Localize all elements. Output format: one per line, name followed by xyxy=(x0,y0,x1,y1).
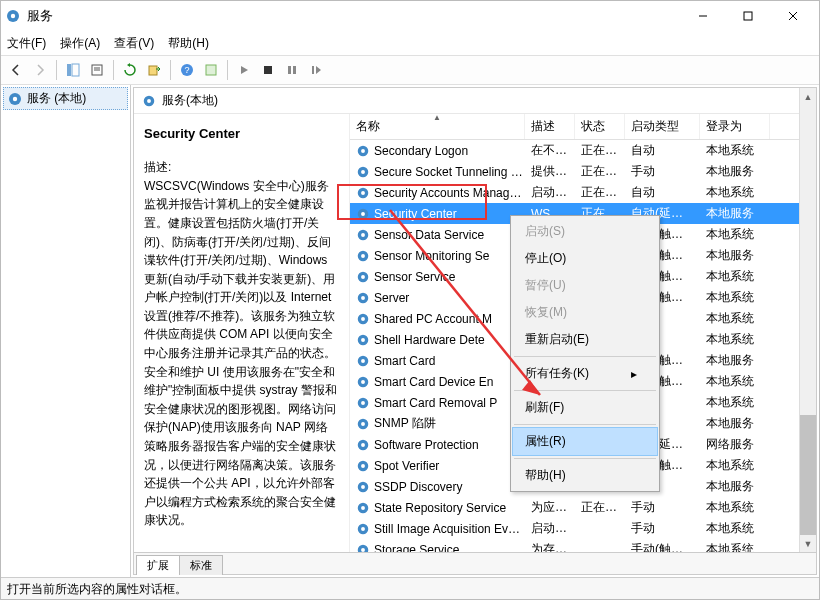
workarea: 服务 (本地) 服务(本地) Security Center 描述: WSCSV… xyxy=(1,85,819,577)
extra-button[interactable] xyxy=(200,59,222,81)
ctx-stop[interactable]: 停止(O) xyxy=(513,245,657,272)
sort-asc-icon: ▲ xyxy=(433,113,441,122)
gear-icon xyxy=(356,375,370,389)
gear-icon xyxy=(356,228,370,242)
col-name[interactable]: 名称▲ xyxy=(350,114,525,139)
svg-text:?: ? xyxy=(184,65,189,75)
maximize-button[interactable] xyxy=(725,2,770,30)
description-text: WSCSVC(Windows 安全中心)服务监视并报告计算机上的安全健康设置。健… xyxy=(144,177,339,530)
svg-point-1 xyxy=(11,14,15,18)
gear-icon xyxy=(356,438,370,452)
context-menu: 启动(S) 停止(O) 暂停(U) 恢复(M) 重新启动(E) 所有任务(K)▸… xyxy=(510,215,660,492)
svg-point-22 xyxy=(147,99,151,103)
refresh-button[interactable] xyxy=(119,59,141,81)
gear-icon xyxy=(356,480,370,494)
gear-icon xyxy=(356,291,370,305)
ctx-refresh[interactable]: 刷新(F) xyxy=(513,394,657,421)
svg-point-26 xyxy=(361,170,365,174)
svg-rect-16 xyxy=(288,66,291,74)
gear-icon xyxy=(356,312,370,326)
tab-standard[interactable]: 标准 xyxy=(179,555,223,575)
titlebar: 服务 xyxy=(1,1,819,31)
stop-button[interactable] xyxy=(257,59,279,81)
scroll-thumb[interactable] xyxy=(800,415,816,535)
tree-root-services[interactable]: 服务 (本地) xyxy=(3,87,128,110)
col-logon[interactable]: 登录为 xyxy=(700,114,770,139)
export-button[interactable] xyxy=(143,59,165,81)
gear-icon xyxy=(356,333,370,347)
svg-point-46 xyxy=(361,380,365,384)
window: 服务 文件(F) 操作(A) 查看(V) 帮助(H) ? xyxy=(0,0,820,600)
ctx-help[interactable]: 帮助(H) xyxy=(513,462,657,489)
menu-help[interactable]: 帮助(H) xyxy=(168,35,209,52)
gear-icon xyxy=(356,270,370,284)
restart-button[interactable] xyxy=(305,59,327,81)
svg-point-50 xyxy=(361,422,365,426)
menu-view[interactable]: 查看(V) xyxy=(114,35,154,52)
gear-icon xyxy=(356,396,370,410)
gear-icon xyxy=(356,144,370,158)
show-hide-tree-button[interactable] xyxy=(62,59,84,81)
svg-rect-17 xyxy=(293,66,296,74)
chevron-right-icon: ▸ xyxy=(631,367,637,381)
table-row[interactable]: Still Image Acquisition Ev…启动…手动本地系统 xyxy=(350,518,816,539)
svg-rect-7 xyxy=(72,64,79,76)
gear-icon xyxy=(5,8,21,24)
tree-root-label: 服务 (本地) xyxy=(27,90,86,107)
svg-rect-3 xyxy=(744,12,752,20)
right-pane: 服务(本地) Security Center 描述: WSCSVC(Window… xyxy=(133,87,817,575)
selected-service-title: Security Center xyxy=(144,124,339,144)
svg-point-32 xyxy=(361,233,365,237)
svg-point-52 xyxy=(361,443,365,447)
gear-icon xyxy=(142,94,156,108)
col-start[interactable]: 启动类型 xyxy=(625,114,700,139)
play-button[interactable] xyxy=(233,59,255,81)
gear-icon xyxy=(356,186,370,200)
gear-icon xyxy=(7,91,23,107)
statusbar: 打开当前所选内容的属性对话框。 xyxy=(1,577,819,599)
minimize-button[interactable] xyxy=(680,2,725,30)
svg-point-20 xyxy=(13,96,17,100)
svg-point-28 xyxy=(361,191,365,195)
pause-button[interactable] xyxy=(281,59,303,81)
table-row[interactable]: Storage Service为存…手动(触发…本地系统 xyxy=(350,539,816,552)
ctx-resume: 恢复(M) xyxy=(513,299,657,326)
ctx-restart[interactable]: 重新启动(E) xyxy=(513,326,657,353)
ctx-properties[interactable]: 属性(R) xyxy=(513,428,657,455)
forward-button[interactable] xyxy=(29,59,51,81)
svg-point-40 xyxy=(361,317,365,321)
svg-rect-14 xyxy=(206,65,216,75)
back-button[interactable] xyxy=(5,59,27,81)
gear-icon xyxy=(356,543,370,553)
properties-button[interactable] xyxy=(86,59,108,81)
menubar: 文件(F) 操作(A) 查看(V) 帮助(H) xyxy=(1,31,819,55)
ctx-alltasks[interactable]: 所有任务(K)▸ xyxy=(513,360,657,387)
svg-rect-11 xyxy=(149,66,157,75)
tabs: 扩展 标准 xyxy=(134,552,816,574)
svg-point-42 xyxy=(361,338,365,342)
svg-point-34 xyxy=(361,254,365,258)
col-status[interactable]: 状态 xyxy=(575,114,625,139)
svg-point-58 xyxy=(361,506,365,510)
col-desc[interactable]: 描述 xyxy=(525,114,575,139)
close-button[interactable] xyxy=(770,2,815,30)
svg-point-24 xyxy=(361,149,365,153)
gear-icon xyxy=(356,207,370,221)
tab-extended[interactable]: 扩展 xyxy=(136,555,180,575)
scroll-down-icon[interactable]: ▼ xyxy=(800,535,816,552)
table-row[interactable]: Secondary Logon在不…正在…自动本地系统 xyxy=(350,140,816,161)
svg-point-56 xyxy=(361,485,365,489)
gear-icon xyxy=(356,522,370,536)
table-row[interactable]: Secure Socket Tunneling …提供…正在…手动本地服务 xyxy=(350,161,816,182)
menu-action[interactable]: 操作(A) xyxy=(60,35,100,52)
menu-file[interactable]: 文件(F) xyxy=(7,35,46,52)
gear-icon xyxy=(356,249,370,263)
table-row[interactable]: Security Accounts Manag…启动…正在…自动本地系统 xyxy=(350,182,816,203)
help-button[interactable]: ? xyxy=(176,59,198,81)
gear-icon xyxy=(356,417,370,431)
vertical-scrollbar[interactable]: ▲ ▼ xyxy=(799,88,816,552)
svg-point-54 xyxy=(361,464,365,468)
table-row[interactable]: State Repository Service为应…正在…手动本地系统 xyxy=(350,497,816,518)
svg-point-30 xyxy=(361,212,365,216)
scroll-up-icon[interactable]: ▲ xyxy=(800,88,816,105)
